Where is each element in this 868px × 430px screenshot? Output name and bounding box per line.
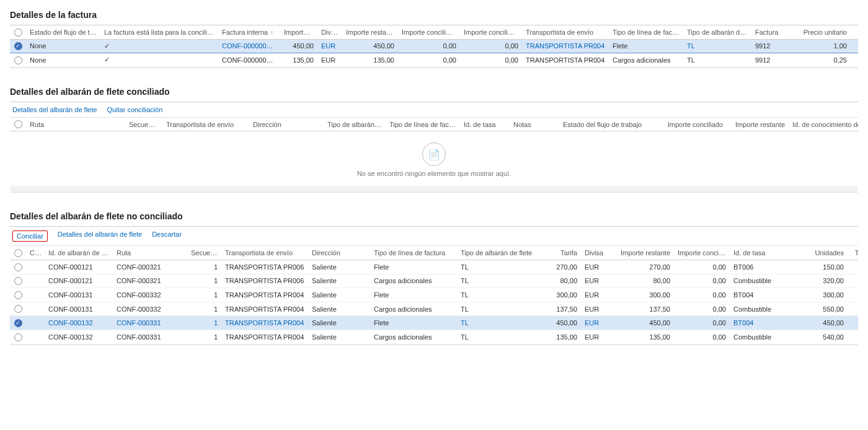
col-remaining[interactable]: Importe restante <box>612 246 674 260</box>
row-select-radio[interactable] <box>14 319 22 327</box>
col-rateid[interactable]: Id. de tasa <box>460 118 510 131</box>
freight-details-link[interactable]: Detalles del albarán de flete <box>12 106 97 113</box>
col-c[interactable]: C… <box>26 246 45 260</box>
discard-link[interactable]: Descartar <box>152 230 182 242</box>
col-ready[interactable]: La factura está lista para la conciliaci… <box>100 25 218 39</box>
reconcile-link[interactable]: Conciliar <box>12 230 48 242</box>
cell-route[interactable]: CONF-000332 <box>113 288 187 302</box>
cell-currency[interactable]: EUR <box>317 39 342 53</box>
col-carrier[interactable]: Transportista de envío <box>522 25 609 39</box>
cell-rateid[interactable]: Combustible <box>730 330 798 344</box>
cell-internal[interactable]: CONF-000000193 <box>218 39 280 53</box>
row-select-radio[interactable] <box>14 277 22 285</box>
cell-route[interactable]: CONF-000321 <box>113 274 187 288</box>
cell-rateid[interactable]: Combustible <box>730 302 798 316</box>
cell-freightid[interactable]: CONF-000121 <box>45 260 113 274</box>
col-reconciled[interactable]: Importe conciliado <box>658 118 727 131</box>
col-workflow[interactable]: Estado del flujo de trabajo <box>559 118 658 131</box>
row-select-radio[interactable] <box>14 305 22 313</box>
col-qty[interactable]: Cantidad <box>851 25 858 39</box>
horizontal-scrollbar[interactable] <box>10 186 858 192</box>
cell-currency[interactable]: EUR <box>317 53 342 68</box>
col-route[interactable]: Ruta <box>113 246 187 260</box>
col-freighttype[interactable]: Tipo de albarán de flete <box>683 25 751 39</box>
select-all[interactable] <box>10 25 26 39</box>
col-unitprice[interactable]: Precio unitario <box>795 25 851 39</box>
col-rateid[interactable]: Id. de tasa <box>730 246 798 260</box>
cell-route[interactable]: CONF-000331 <box>113 330 187 344</box>
cell-internal[interactable]: CONF-000000193 <box>218 53 280 68</box>
col-freightid[interactable]: Id. de albarán de flete <box>45 246 113 260</box>
cell-carrier[interactable]: TRANSPORTISTA PR004 <box>221 316 308 330</box>
col-seq[interactable]: Secuencia <box>125 118 162 131</box>
cell-c <box>26 288 45 302</box>
cell-freightid[interactable]: CONF-000121 <box>45 274 113 288</box>
col-remaining[interactable]: Importe restante <box>342 25 398 39</box>
select-all[interactable] <box>10 246 26 260</box>
col-dir[interactable]: Dirección <box>308 246 370 260</box>
cell-freightid[interactable]: CONF-000131 <box>45 288 113 302</box>
col-billid[interactable]: Id. de conocimiento de e… <box>789 118 858 131</box>
cell-carrier[interactable]: TRANSPORTISTA PR004 <box>221 288 308 302</box>
col-currency[interactable]: Divisa <box>581 246 612 260</box>
cell-carrier[interactable]: TRANSPORTISTA PR004 <box>221 330 308 344</box>
cell-carrier[interactable]: TRANSPORTISTA PR006 <box>221 260 308 274</box>
col-reconciled[interactable]: Importe concili… <box>674 246 730 260</box>
row-select-radio[interactable] <box>14 56 22 64</box>
row-select-radio[interactable] <box>14 291 22 299</box>
row-select-radio[interactable] <box>14 333 22 341</box>
cell-carrier[interactable]: TRANSPORTISTA PR004 <box>522 39 609 53</box>
cell-freightid[interactable]: CONF-000131 <box>45 302 113 316</box>
cell-route[interactable]: CONF-000321 <box>113 260 187 274</box>
cell-freighttype[interactable]: TL <box>683 53 751 68</box>
col-reconciled2[interactable]: Importe conciliado <box>460 25 522 39</box>
col-unitrate[interactable]: Tasa unitaria <box>848 246 858 260</box>
cell-carrier[interactable]: TRANSPORTISTA PR004 <box>522 53 609 68</box>
cell-route[interactable]: CONF-000331 <box>113 316 187 330</box>
row-select-radio[interactable] <box>14 263 22 271</box>
col-carrier[interactable]: Transportista de envío <box>162 118 249 131</box>
col-net[interactable]: Importe neto <box>280 25 317 39</box>
col-carrier[interactable]: Transportista de envío <box>221 246 308 260</box>
cell-rateid[interactable]: BT004 <box>730 316 798 330</box>
col-dir[interactable]: Dirección <box>249 118 324 131</box>
col-remaining[interactable]: Importe restante <box>727 118 789 131</box>
select-all[interactable] <box>10 118 26 131</box>
cell-freighttype[interactable]: TL <box>683 39 751 53</box>
cell-carrier[interactable]: TRANSPORTISTA PR006 <box>221 274 308 288</box>
table-row[interactable]: CONF-000121CONF-0003211TRANSPORTISTA PR0… <box>10 260 858 274</box>
freight-details-link[interactable]: Detalles del albarán de flete <box>58 230 142 242</box>
reconciled-grid: Ruta Secuencia Transportista de envío Di… <box>10 118 858 132</box>
table-row[interactable]: None✓CONF-000000193135,00EUR135,000,000,… <box>10 53 858 68</box>
cell-rateid[interactable]: BT004 <box>730 288 798 302</box>
row-select-radio[interactable] <box>14 42 22 50</box>
table-row[interactable]: CONF-000132CONF-0003311TRANSPORTISTA PR0… <box>10 316 858 330</box>
remove-reconciliation-link[interactable]: Quitar conciliación <box>107 106 162 113</box>
col-seq[interactable]: Secuencia <box>187 246 221 260</box>
cell-route[interactable]: CONF-000332 <box>113 302 187 316</box>
col-linetype[interactable]: Tipo de línea de factura <box>370 246 457 260</box>
col-linetype[interactable]: Tipo de línea de factura <box>609 25 683 39</box>
table-row[interactable]: CONF-000121CONF-0003211TRANSPORTISTA PR0… <box>10 274 858 288</box>
col-freighttype[interactable]: Tipo de albarán de flete <box>457 246 538 260</box>
col-internal[interactable]: Factura interna↑ <box>218 25 280 39</box>
cell-freightid[interactable]: CONF-000132 <box>45 316 113 330</box>
col-linetype[interactable]: Tipo de línea de factura <box>386 118 460 131</box>
cell-rateid[interactable]: BT006 <box>730 260 798 274</box>
cell-carrier[interactable]: TRANSPORTISTA PR004 <box>221 302 308 316</box>
table-row[interactable]: CONF-000132CONF-0003311TRANSPORTISTA PR0… <box>10 330 858 344</box>
cell-rateid[interactable]: Combustible <box>730 274 798 288</box>
col-notes[interactable]: Notas <box>510 118 559 131</box>
col-currency[interactable]: Divisa <box>317 25 342 39</box>
table-row[interactable]: CONF-000131CONF-0003321TRANSPORTISTA PR0… <box>10 302 858 316</box>
col-workflow[interactable]: Estado del flujo de trabajo <box>26 25 100 39</box>
col-reconciled[interactable]: Importe conciliado <box>398 25 460 39</box>
col-rate[interactable]: Tarifa <box>538 246 581 260</box>
col-freighttype[interactable]: Tipo de albarán de flete <box>324 118 386 131</box>
cell-freightid[interactable]: CONF-000132 <box>45 330 113 344</box>
col-units[interactable]: Unidades <box>798 246 848 260</box>
col-route[interactable]: Ruta <box>26 118 125 131</box>
col-invoice[interactable]: Factura <box>751 25 795 39</box>
table-row[interactable]: None✓CONF-000000193450,00EUR450,000,000,… <box>10 39 858 53</box>
table-row[interactable]: CONF-000131CONF-0003321TRANSPORTISTA PR0… <box>10 288 858 302</box>
